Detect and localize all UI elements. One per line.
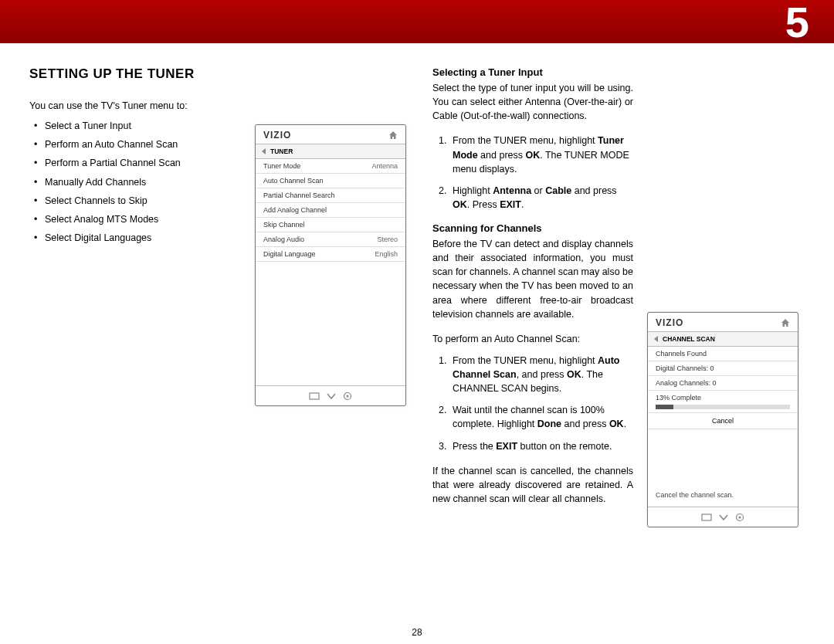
tv-menu-footer xyxy=(648,507,798,527)
table-row: Partial Channel Search xyxy=(256,188,405,203)
list-item: Press the EXIT button on the remote. xyxy=(449,439,633,453)
list-item: Select Analog MTS Modes xyxy=(45,212,229,226)
breadcrumb-label: CHANNEL SCAN xyxy=(663,335,715,343)
tv-menu-channel-scan: VIZIO CHANNEL SCAN Channels Found Digita… xyxy=(647,312,798,527)
table-row: Skip Channel xyxy=(256,218,405,232)
list-item: Select Channels to Skip xyxy=(45,194,229,208)
ordered-steps: From the TUNER menu, highlight Tuner Mod… xyxy=(432,134,633,212)
back-icon xyxy=(654,336,658,342)
tv-menu-header: VIZIO xyxy=(256,125,405,144)
left-column: SETTING UP THE TUNER You can use the TV'… xyxy=(29,66,229,527)
table-row: Auto Channel Scan xyxy=(256,174,405,188)
list-item: Perform an Auto Channel Scan xyxy=(45,137,229,151)
gear-icon xyxy=(735,513,744,522)
table-row: Tuner ModeAntenna xyxy=(256,159,405,174)
paragraph: If the channel scan is cancelled, the ch… xyxy=(432,464,633,506)
svg-point-2 xyxy=(347,395,349,398)
svg-rect-0 xyxy=(310,393,319,399)
chevron-down-icon xyxy=(327,392,336,400)
intro-text: You can use the TV's Tuner menu to: xyxy=(29,99,229,113)
table-row: Analog AudioStereo xyxy=(256,232,405,247)
table-row: Channels Found xyxy=(648,347,798,361)
chevron-down-icon xyxy=(719,514,728,521)
list-item: Perform a Partial Channel Scan xyxy=(45,156,229,170)
tuner-menu-figure: VIZIO TUNER Tuner ModeAntenna Auto Chann… xyxy=(255,66,406,527)
right-text-block: Selecting a Tuner Input Select the type … xyxy=(432,66,633,527)
wide-icon xyxy=(309,392,320,400)
list-item: From the TUNER menu, highlight Auto Chan… xyxy=(449,354,633,395)
vizio-logo: VIZIO xyxy=(263,130,291,141)
wide-icon xyxy=(701,514,712,521)
breadcrumb: TUNER xyxy=(256,144,405,159)
page-body: SETTING UP THE TUNER You can use the TV'… xyxy=(0,43,834,527)
progress-bar xyxy=(656,405,790,409)
tv-menu-body-spacer xyxy=(256,262,405,385)
list-item: From the TUNER menu, highlight Tuner Mod… xyxy=(449,134,633,175)
back-icon xyxy=(262,148,266,154)
channel-scan-figure: VIZIO CHANNEL SCAN Channels Found Digita… xyxy=(647,66,805,527)
paragraph: Select the type of tuner input you will … xyxy=(432,81,633,123)
list-item: Select a Tuner Input xyxy=(45,119,229,133)
breadcrumb-label: TUNER xyxy=(270,147,293,155)
tv-menu-footer xyxy=(256,385,405,405)
cancel-button: Cancel xyxy=(648,413,798,429)
gear-icon xyxy=(343,391,352,401)
tv-menu-rows: Tuner ModeAntenna Auto Channel Scan Part… xyxy=(256,159,405,262)
right-column: Selecting a Tuner Input Select the type … xyxy=(432,66,805,527)
table-row: Analog Channels: 0 xyxy=(648,376,798,391)
home-icon xyxy=(388,130,398,140)
tv-menu-tuner: VIZIO TUNER Tuner ModeAntenna Auto Chann… xyxy=(255,124,406,406)
svg-rect-3 xyxy=(702,514,711,520)
progress-fill xyxy=(656,405,673,409)
subsection-title: Scanning for Channels xyxy=(432,222,633,234)
hint-text: Cancel the channel scan. xyxy=(648,429,798,507)
intro-bullets: Select a Tuner Input Perform an Auto Cha… xyxy=(29,119,229,245)
page-number: 28 xyxy=(0,627,834,638)
tv-menu-header: VIZIO xyxy=(648,313,798,332)
table-row: Add Analog Channel xyxy=(256,203,405,218)
list-item: Select Digital Languages xyxy=(45,231,229,245)
subsection-title: Selecting a Tuner Input xyxy=(432,66,633,78)
svg-point-5 xyxy=(739,517,741,519)
list-item: Wait until the channel scan is 100% comp… xyxy=(449,403,633,431)
table-row: Digital Channels: 0 xyxy=(648,361,798,376)
list-item: Highlight Antenna or Cable and press OK.… xyxy=(449,184,633,212)
paragraph: Before the TV can detect and display cha… xyxy=(432,237,633,321)
breadcrumb: CHANNEL SCAN xyxy=(648,332,798,347)
vizio-logo: VIZIO xyxy=(656,317,683,328)
ordered-steps: From the TUNER menu, highlight Auto Chan… xyxy=(432,354,633,453)
table-row: Digital LanguageEnglish xyxy=(256,247,405,262)
table-row: 13% Complete xyxy=(648,391,798,413)
home-icon xyxy=(781,318,790,327)
section-title: SETTING UP THE TUNER xyxy=(29,66,229,82)
chapter-number: 5 xyxy=(785,0,809,47)
paragraph: To perform an Auto Channel Scan: xyxy=(432,332,633,346)
header-bar: 5 xyxy=(0,0,834,43)
list-item: Manually Add Channels xyxy=(45,175,229,189)
